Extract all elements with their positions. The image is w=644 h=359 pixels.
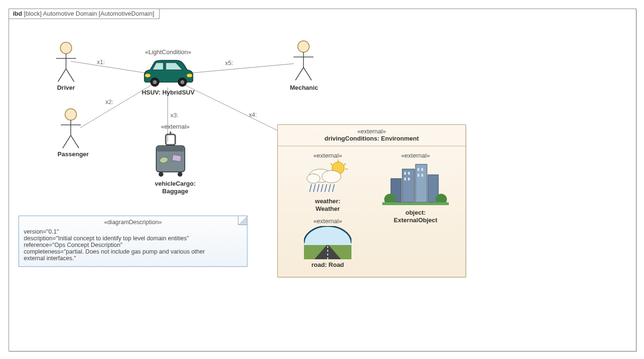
svg-point-10	[298, 41, 309, 52]
connector-label-x3: x3:	[170, 112, 179, 119]
svg-line-31	[344, 163, 346, 165]
svg-line-41	[325, 184, 327, 192]
svg-point-16	[187, 74, 192, 77]
road-icon	[304, 226, 351, 259]
connector-x5	[189, 64, 294, 73]
road-stereotype: «external»	[297, 217, 359, 225]
connector-label-x2: x2:	[105, 99, 114, 105]
object-label-1: object:	[378, 209, 454, 216]
note-fold-icon	[238, 216, 247, 225]
svg-point-18	[153, 80, 157, 84]
connector-label-x1: x1:	[97, 59, 105, 66]
weather-stereotype: «external»	[297, 152, 359, 159]
svg-rect-54	[417, 174, 419, 177]
baggage-label-1: vehicleCargo:	[144, 180, 206, 187]
actor-mechanic-icon	[292, 40, 315, 83]
svg-rect-53	[421, 168, 423, 171]
svg-line-9	[71, 135, 79, 148]
svg-rect-51	[408, 178, 410, 180]
connector-label-x5: x5:	[225, 60, 233, 66]
svg-rect-24	[157, 147, 184, 151]
svg-point-5	[65, 109, 76, 120]
svg-line-33	[331, 163, 332, 165]
svg-point-20	[180, 80, 184, 84]
svg-point-35	[322, 170, 341, 183]
svg-point-0	[60, 42, 72, 54]
svg-rect-55	[421, 174, 423, 177]
actor-passenger-label: Passenger	[54, 151, 92, 158]
svg-rect-48	[404, 172, 406, 175]
weather-label-1: weather:	[297, 198, 359, 205]
svg-line-14	[303, 67, 312, 80]
road-label: road: Road	[297, 261, 359, 268]
note-line-3: reference="Ops Concept Description"	[24, 242, 242, 248]
svg-line-13	[295, 67, 303, 80]
svg-rect-21	[166, 134, 175, 145]
city-icon	[382, 160, 449, 207]
svg-point-28	[178, 172, 182, 177]
environment-block: «external» drivingConditions: Environmen…	[277, 124, 466, 277]
note-line-5: external interfaces."	[24, 255, 242, 262]
svg-line-3	[58, 69, 66, 82]
actor-driver-label: Driver	[54, 84, 78, 91]
actor-driver-icon	[54, 41, 78, 84]
object-label-2: ExternalObject	[378, 217, 454, 224]
weather-icon	[304, 160, 351, 195]
svg-rect-59	[304, 226, 351, 245]
svg-point-27	[159, 172, 163, 177]
svg-line-42	[329, 184, 331, 192]
svg-rect-26	[172, 155, 181, 161]
weather-label-2: Weather	[297, 205, 359, 212]
actor-mechanic-label: Mechanic	[287, 84, 321, 91]
connector-x1	[71, 61, 147, 73]
diagram-description-note: «diagramDescription» version="0.1" descr…	[19, 216, 247, 267]
hsuv-stereotype: «LightCondition»	[130, 48, 206, 56]
environment-header: «external» drivingConditions: Environmen…	[278, 125, 465, 146]
actor-passenger-icon	[59, 108, 83, 151]
svg-rect-50	[404, 178, 406, 180]
svg-line-38	[313, 184, 315, 192]
svg-line-40	[321, 184, 323, 192]
svg-line-8	[63, 135, 71, 148]
baggage-icon	[152, 132, 189, 179]
environment-title: drivingConditions: Environment	[278, 135, 465, 142]
diagram-frame: ibd [block] Automotive Domain [Automotiv…	[9, 9, 636, 351]
connector-label-x4: x4:	[249, 112, 257, 118]
environment-stereotype: «external»	[278, 128, 465, 135]
svg-rect-52	[417, 168, 419, 171]
baggage-stereotype: «external»	[152, 123, 199, 130]
note-line-4: completeness="partial. Does not include …	[24, 248, 242, 255]
svg-rect-49	[408, 172, 410, 175]
hsuv-label: HSUV: HybridSUV	[133, 89, 204, 96]
note-line-2: description="Initial concept to identify…	[24, 235, 242, 242]
svg-line-39	[317, 184, 319, 192]
svg-rect-58	[382, 202, 449, 205]
note-stereotype: «diagramDescription»	[24, 219, 242, 226]
baggage-label-2: Baggage	[144, 188, 206, 195]
note-line-1: version="0.1"	[24, 228, 242, 235]
car-icon	[140, 57, 197, 87]
svg-point-36	[307, 174, 320, 183]
object-stereotype: «external»	[378, 152, 454, 159]
svg-line-43	[332, 184, 334, 192]
svg-line-37	[310, 184, 312, 192]
svg-point-15	[145, 74, 151, 77]
svg-line-4	[66, 69, 74, 82]
